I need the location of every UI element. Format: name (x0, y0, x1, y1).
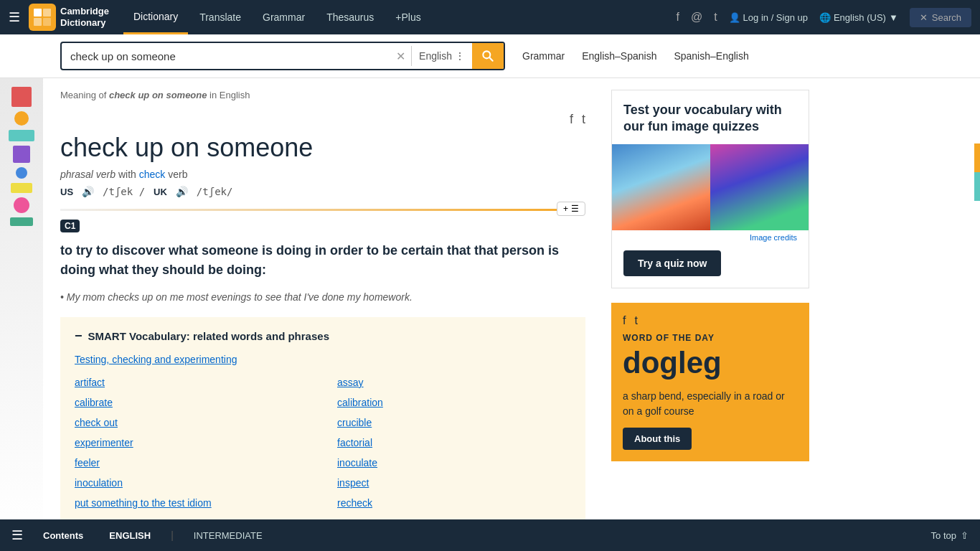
chevron-down-icon: ▼ (889, 12, 898, 23)
top-navigation: ☰ Cambridge Dictionary Dictionary Transl… (0, 0, 980, 34)
bottom-intermediate-link[interactable]: INTERMEDIATE (188, 530, 268, 535)
vocab-assay[interactable]: assay (337, 374, 571, 391)
bottom-hamburger-icon[interactable]: ☰ (11, 527, 23, 534)
vocab-factorial[interactable]: factorial (337, 434, 571, 451)
vocab-inoculation[interactable]: inoculation (75, 474, 308, 491)
entry-title: check up on someone (60, 133, 585, 163)
secondary-nav-links: Grammar English–Spanish Spanish–English (522, 50, 749, 62)
wotd-twitter-icon[interactable]: t (634, 314, 637, 327)
vocab-inoculate[interactable]: inoculate (337, 454, 571, 471)
breadcrumb: Meaning of check up on someone in Englis… (60, 90, 585, 100)
search-bar-area: ✕ English ⋮ Grammar English–Spanish Span… (0, 34, 980, 78)
vocab-check-out[interactable]: check out (75, 414, 308, 431)
cambridge-logo-icon (29, 4, 56, 31)
svg-rect-1 (43, 9, 51, 17)
hamburger-menu-icon[interactable]: ☰ (9, 9, 20, 25)
vocab-recheck[interactable]: recheck (337, 494, 571, 512)
back-to-top-button[interactable]: To top ⇧ (931, 530, 969, 535)
deco-yellow-rect (11, 183, 32, 193)
entry-example: My mom checks up on me most evenings to … (60, 291, 585, 303)
svg-rect-3 (43, 18, 51, 26)
wotd-social-icons: f t (623, 314, 798, 327)
nav-dictionary[interactable]: Dictionary (123, 0, 188, 34)
grammar-link[interactable]: Grammar (522, 50, 565, 62)
entry-twitter-icon[interactable]: t (582, 112, 585, 127)
login-button[interactable]: 👤 Log in / Sign up (729, 12, 808, 23)
bottom-bar: ☰ Contents ENGLISH | INTERMEDIATE To top… (0, 519, 980, 534)
instagram-icon[interactable]: @ (691, 11, 702, 24)
wotd-facebook-icon[interactable]: f (623, 314, 626, 327)
wotd-label: WORD OF THE DAY (623, 333, 798, 343)
quiz-image-right (710, 144, 809, 230)
vocab-feeler[interactable]: feeler (75, 454, 308, 471)
nav-grammar[interactable]: Grammar (253, 0, 315, 34)
right-accent-decoration (974, 143, 980, 201)
nav-plus[interactable]: +Plus (385, 0, 430, 34)
smart-vocab-toggle-row[interactable]: − SMART Vocabulary: related words and ph… (75, 329, 571, 344)
svg-rect-0 (34, 9, 42, 17)
facebook-icon[interactable]: f (676, 11, 679, 24)
uk-speaker-icon[interactable]: 🔊 (176, 186, 188, 197)
plus-icon: + (563, 204, 568, 214)
quiz-image-left (612, 144, 710, 230)
search-go-button[interactable] (472, 42, 504, 70)
deco-orange-circle (14, 111, 29, 126)
page-layout: Meaning of check up on someone in Englis… (0, 78, 980, 534)
vocab-calibrate[interactable]: calibrate (75, 394, 308, 411)
entry-social-icons: f t (60, 112, 585, 127)
word-of-the-day-section: f t WORD OF THE DAY dogleg a sharp bend,… (611, 303, 809, 461)
x-icon: ✕ (920, 12, 928, 23)
check-link[interactable]: check (139, 169, 166, 180)
vocab-calibration[interactable]: calibration (337, 394, 571, 411)
try-quiz-button[interactable]: Try a quiz now (623, 250, 721, 276)
logo[interactable]: Cambridge Dictionary (29, 4, 109, 31)
bottom-divider: | (171, 529, 174, 534)
deco-purple-square (13, 146, 30, 163)
vocab-grid: artifact assay calibrate calibration che… (75, 374, 571, 512)
vocab-experimenter[interactable]: experimenter (75, 434, 308, 451)
svg-rect-2 (34, 18, 42, 26)
search-icon (481, 49, 495, 63)
add-to-list-button[interactable]: + ☰ (557, 202, 585, 216)
spanish-english-link[interactable]: Spanish–English (674, 50, 748, 62)
social-icons: f @ t (676, 11, 717, 24)
entry-divider: + ☰ (60, 209, 585, 211)
wotd-word[interactable]: dogleg (623, 346, 798, 380)
search-input[interactable] (62, 50, 390, 62)
user-icon: 👤 (729, 12, 740, 23)
vocab-put-something[interactable]: put something to the test idiom (75, 494, 308, 512)
deco-red-square (11, 87, 32, 107)
vocab-crucible[interactable]: crucible (337, 414, 571, 431)
globe-icon: 🌐 (819, 12, 831, 23)
list-icon: ☰ (571, 204, 579, 214)
us-speaker-icon[interactable]: 🔊 (82, 186, 94, 197)
phonetics: US 🔊 /tʃek / UK 🔊 /tʃek/ (60, 186, 585, 197)
language-selector[interactable]: 🌐 English (US) ▼ (819, 12, 898, 23)
nav-thesaurus[interactable]: Thesaurus (316, 0, 384, 34)
nav-translate[interactable]: Translate (189, 0, 251, 34)
twitter-icon[interactable]: t (714, 11, 717, 24)
deco-teal-rect (9, 130, 34, 141)
bottom-contents-link[interactable]: Contents (37, 530, 89, 535)
vocab-inspect[interactable]: inspect (337, 474, 571, 491)
search-button-top[interactable]: ✕ Search (910, 8, 971, 27)
entry-facebook-icon[interactable]: f (570, 112, 573, 127)
english-spanish-link[interactable]: English–Spanish (582, 50, 656, 62)
wotd-about-button[interactable]: About this (623, 428, 692, 450)
logo-text: Cambridge Dictionary (60, 6, 109, 28)
level-badge: C1 (60, 220, 80, 232)
accent-orange-block (974, 143, 980, 172)
bottom-english-link[interactable]: ENGLISH (103, 530, 156, 535)
clear-search-icon[interactable]: ✕ (390, 50, 411, 63)
testing-checking-link[interactable]: Testing, checking and experimenting (75, 354, 571, 365)
quiz-images (612, 144, 809, 230)
image-credits-link[interactable]: Image credits (612, 230, 809, 242)
language-filter-button[interactable]: English ⋮ (412, 50, 472, 62)
nav-links: Dictionary Translate Grammar Thesaurus +… (123, 0, 665, 34)
vocab-artifact[interactable]: artifact (75, 374, 308, 391)
right-sidebar: Test your vocabulary with our fun image … (603, 78, 818, 534)
deco-pink-circle (14, 197, 29, 213)
smart-vocabulary-section: − SMART Vocabulary: related words and ph… (60, 317, 585, 523)
accent-teal-block (974, 172, 980, 201)
svg-line-5 (489, 57, 493, 61)
